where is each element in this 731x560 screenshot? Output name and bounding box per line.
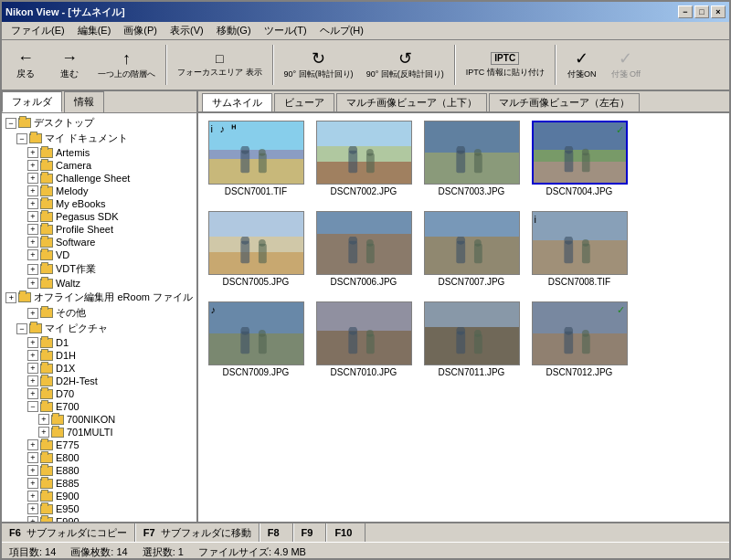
thumbnail-image[interactable]: i♪ᴴ	[208, 121, 304, 185]
tab-viewer[interactable]: ビューア	[274, 93, 334, 111]
menu-tools[interactable]: ツール(T)	[259, 22, 313, 39]
tree-item[interactable]: +E950	[4, 502, 195, 515]
thumbnail-image[interactable]	[424, 211, 520, 275]
thumbnail-grid[interactable]: i♪ᴴ DSCN7001.TIF DSCN7002.JPG DSCN7003.J…	[198, 113, 729, 522]
tab-info[interactable]: 情報	[64, 91, 104, 112]
tree-item[interactable]: +Camera	[4, 159, 195, 172]
tree-item[interactable]: +D1X	[4, 362, 195, 375]
thumbnail-image[interactable]	[316, 121, 412, 185]
tab-thumbnail[interactable]: サムネイル	[202, 93, 272, 111]
tree-item[interactable]: +D70	[4, 387, 195, 400]
close-button[interactable]: ×	[711, 5, 726, 18]
thumbnail-cell[interactable]: DSCN7003.JPG	[421, 121, 522, 196]
thumbnail-image[interactable]	[424, 301, 520, 365]
tree-expand-icon[interactable]: +	[27, 249, 38, 260]
tree-item[interactable]: +E900	[4, 490, 195, 502]
tree-expand-icon[interactable]: +	[27, 224, 38, 235]
thumbnail-image[interactable]: ✓	[532, 301, 628, 365]
menu-help[interactable]: ヘルプ(H)	[314, 22, 369, 39]
tree-expand-icon[interactable]: −	[5, 118, 16, 129]
tree-item[interactable]: +700NIKON	[4, 413, 195, 426]
tree-item[interactable]: +Waltz	[4, 277, 195, 290]
tab-multi-top[interactable]: マルチ画像ビューア（上下）	[336, 93, 487, 111]
rotate-right-button[interactable]: ↻ 90° 回転(時計回り)	[280, 42, 358, 88]
tree-item[interactable]: −デスクトップ	[4, 115, 195, 131]
tree-expand-icon[interactable]: +	[27, 491, 38, 502]
tree-expand-icon[interactable]: +	[27, 237, 38, 248]
tree-expand-icon[interactable]: +	[38, 414, 49, 425]
tree-item[interactable]: +その他	[4, 305, 195, 321]
folder-tree[interactable]: −デスクトップ−マイ ドキュメント+Artemis+Camera+Challen…	[2, 113, 196, 522]
tree-item[interactable]: +D2H-Test	[4, 375, 195, 387]
tree-expand-icon[interactable]: +	[5, 292, 16, 303]
focus-area-button[interactable]: □ フォーカスエリア 表示	[173, 42, 267, 88]
thumbnail-cell[interactable]: DSCN7002.JPG	[313, 121, 414, 196]
minimize-button[interactable]: −	[678, 5, 693, 18]
tree-item[interactable]: +Software	[4, 236, 195, 248]
thumbnail-cell[interactable]: DSCN7010.JPG	[313, 301, 414, 377]
tree-item[interactable]: −E700	[4, 400, 195, 413]
tree-expand-icon[interactable]: +	[27, 350, 38, 361]
tree-expand-icon[interactable]: −	[16, 133, 27, 144]
maximize-button[interactable]: □	[694, 5, 709, 18]
tree-item[interactable]: +Melody	[4, 185, 195, 197]
menu-edit[interactable]: 編集(E)	[72, 22, 117, 39]
thumbnail-image[interactable]	[316, 301, 412, 365]
tree-expand-icon[interactable]: +	[38, 427, 49, 438]
tree-item[interactable]: +Profile Sheet	[4, 223, 195, 236]
tree-expand-icon[interactable]: +	[27, 363, 38, 374]
tree-item[interactable]: +E880	[4, 464, 195, 477]
tree-expand-icon[interactable]: +	[27, 452, 38, 463]
thumbnail-cell[interactable]: i♪ᴴ DSCN7001.TIF	[206, 121, 306, 196]
tree-item[interactable]: +E775	[4, 438, 195, 451]
tree-expand-icon[interactable]: +	[27, 478, 38, 489]
thumbnail-image[interactable]	[424, 121, 520, 185]
thumbnail-cell[interactable]: DSCN7007.JPG	[421, 211, 522, 287]
menu-navigate[interactable]: 移動(G)	[211, 22, 257, 39]
thumbnail-image[interactable]	[316, 211, 412, 275]
tree-item[interactable]: −マイ ピクチャ	[4, 321, 195, 336]
thumbnail-cell[interactable]: DSCN7005.JPG	[206, 211, 306, 287]
thumbnail-cell[interactable]: ♪ DSCN7009.JPG	[206, 301, 306, 377]
thumbnail-cell[interactable]: DSCN7011.JPG	[421, 301, 522, 377]
tree-expand-icon[interactable]: −	[27, 401, 38, 412]
tree-expand-icon[interactable]: +	[27, 503, 38, 514]
thumbnail-cell[interactable]: ✓ DSCN7012.JPG	[529, 301, 630, 377]
tree-expand-icon[interactable]: +	[27, 388, 38, 399]
tree-item[interactable]: +Pegasus SDK	[4, 210, 195, 223]
thumbnail-image[interactable]: ♪	[208, 301, 304, 365]
menu-image[interactable]: 画像(P)	[118, 22, 163, 39]
tree-item[interactable]: +E990	[4, 515, 195, 522]
tree-item[interactable]: +D1H	[4, 349, 195, 362]
menu-view[interactable]: 表示(V)	[164, 22, 209, 39]
tab-folder[interactable]: フォルダ	[2, 91, 62, 112]
forward-button[interactable]: → 進む	[49, 42, 90, 88]
tree-expand-icon[interactable]: +	[27, 160, 38, 171]
tree-expand-icon[interactable]: +	[27, 308, 38, 319]
thumbnail-image[interactable]: i	[532, 211, 628, 275]
back-button[interactable]: ← 戻る	[5, 42, 46, 88]
tree-item[interactable]: +D1	[4, 336, 195, 349]
thumbnail-image[interactable]: ✓	[532, 121, 628, 185]
tree-item[interactable]: +701MULTI	[4, 426, 195, 438]
tree-expand-icon[interactable]: +	[27, 375, 38, 386]
tree-expand-icon[interactable]: +	[27, 465, 38, 476]
tree-expand-icon[interactable]: −	[16, 323, 27, 334]
tree-expand-icon[interactable]: +	[27, 516, 38, 522]
tree-item[interactable]: +My eBooks	[4, 197, 195, 210]
rotate-left-button[interactable]: ↺ 90° 回転(反時計回り)	[362, 42, 449, 88]
tree-item[interactable]: +VDT作業	[4, 261, 195, 277]
tree-expand-icon[interactable]: +	[27, 337, 38, 348]
tree-expand-icon[interactable]: +	[27, 173, 38, 184]
tree-item[interactable]: +Challenge Sheet	[4, 172, 195, 185]
tree-expand-icon[interactable]: +	[27, 185, 38, 196]
tree-item[interactable]: +E885	[4, 477, 195, 490]
sticker-off-button[interactable]: ✓ 付箋 Off	[606, 42, 646, 88]
tree-expand-icon[interactable]: +	[27, 264, 38, 275]
tree-item[interactable]: −マイ ドキュメント	[4, 131, 195, 146]
tree-expand-icon[interactable]: +	[27, 439, 38, 450]
tree-item[interactable]: +VD	[4, 248, 195, 261]
sticker-on-button[interactable]: ✓ 付箋ON	[562, 42, 602, 88]
thumbnail-cell[interactable]: ✓ DSCN7004.JPG	[529, 121, 630, 196]
thumbnail-cell[interactable]: DSCN7006.JPG	[313, 211, 414, 287]
